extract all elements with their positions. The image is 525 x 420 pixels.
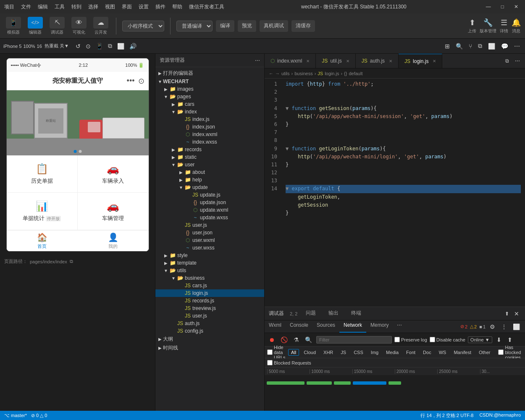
- browser-tab-network[interactable]: Network: [339, 320, 366, 333]
- dot-2[interactable]: [79, 150, 81, 153]
- cloud-tool[interactable]: ☁ 云开发: [93, 17, 108, 35]
- menu-item-goto[interactable]: 转到: [71, 3, 81, 10]
- menu-item-file[interactable]: 文件: [21, 3, 31, 10]
- filter-css[interactable]: CSS: [351, 349, 366, 356]
- folder-cars[interactable]: ▶ 📁 cars: [155, 100, 264, 108]
- section-timeline[interactable]: ▶ 时间线: [155, 344, 264, 352]
- record-icon[interactable]: ⊙: [138, 76, 144, 86]
- section-open-editors[interactable]: ▶ 打开的编辑器: [155, 69, 264, 78]
- browser-tab-memory[interactable]: Memory: [366, 320, 393, 333]
- menu-item-select[interactable]: 选择: [88, 3, 98, 10]
- debugger-icon[interactable]: ⛏: [50, 17, 65, 29]
- add-page-button[interactable]: ⊞: [443, 42, 452, 50]
- browser-tab-more[interactable]: ⋯: [393, 320, 406, 333]
- file-index-wxss[interactable]: ~ index.wxss: [155, 138, 264, 146]
- folder-images[interactable]: ▶ 📁 images: [155, 85, 264, 93]
- file-update-wxml[interactable]: ⬡ update.wxml: [155, 206, 264, 214]
- filter-input[interactable]: [316, 336, 392, 344]
- import-har-button[interactable]: ⬆: [506, 336, 514, 344]
- filter-js[interactable]: JS: [338, 349, 349, 356]
- copy-button[interactable]: ⧉: [106, 42, 114, 50]
- minimize-button[interactable]: —: [483, 3, 494, 10]
- back-button[interactable]: ⊙: [84, 42, 92, 50]
- throttle-button[interactable]: ⬇: [495, 336, 503, 344]
- close-button[interactable]: ✕: [512, 3, 521, 10]
- search-button[interactable]: 🔍: [454, 42, 465, 50]
- split-button[interactable]: ⧉: [476, 42, 484, 50]
- devtools-tab-output[interactable]: 输出: [324, 308, 343, 319]
- grid-item-history[interactable]: 📋 历史单据: [7, 155, 78, 193]
- folder-style[interactable]: ▶ 📁 style: [155, 252, 264, 259]
- version-tool[interactable]: 🔧 版本管理: [480, 18, 496, 34]
- devtools-tab-issues[interactable]: 问题: [302, 308, 320, 319]
- record-button[interactable]: ⏺: [267, 336, 276, 344]
- tab-util-close[interactable]: ✕: [346, 59, 349, 63]
- audio-button[interactable]: 🔊: [128, 42, 138, 50]
- notify-icon[interactable]: 🔔: [512, 18, 521, 27]
- menu-item-edit[interactable]: 编辑: [38, 3, 48, 10]
- folder-static[interactable]: ▶ 📁 static: [155, 153, 264, 161]
- tab-auth-js[interactable]: JS auth.js ✕: [356, 54, 399, 68]
- folder-about[interactable]: ▶ 📁 about: [155, 168, 264, 176]
- breadcrumb-forward[interactable]: →: [275, 71, 280, 76]
- error-status[interactable]: ⊘ 0 △ 0: [31, 413, 47, 418]
- git-branch[interactable]: ⌥ master*: [4, 413, 27, 418]
- folder-help[interactable]: ▶ 📁 help: [155, 176, 264, 184]
- file-user-wxss[interactable]: ~ user.wxss: [155, 244, 264, 252]
- file-update-js[interactable]: JS update.js: [155, 191, 264, 199]
- code-area[interactable]: import {http} from '../http'; ▼ function…: [281, 79, 525, 307]
- folder-index[interactable]: ▼ 📂 index: [155, 108, 264, 116]
- dot-1[interactable]: [74, 150, 76, 153]
- hot-reload-label[interactable]: 热重截 关▼: [45, 43, 69, 49]
- devtools-tab-terminal[interactable]: 终端: [347, 308, 365, 319]
- filter-manifest[interactable]: Manifest: [451, 349, 474, 356]
- menu-item-settings[interactable]: 设置: [139, 3, 149, 10]
- filter-other[interactable]: Other: [476, 349, 494, 356]
- search-network-button[interactable]: 🔍: [303, 336, 314, 344]
- menu-item-interface[interactable]: 界面: [122, 3, 132, 10]
- folder-template[interactable]: ▶ 📁 template: [155, 259, 264, 267]
- tab-home[interactable]: 🏠 首页: [7, 231, 78, 251]
- file-panel-more[interactable]: ⋯: [255, 58, 260, 63]
- mode-selector[interactable]: 小程序模式: [122, 21, 164, 32]
- filter-xhr[interactable]: XHR: [320, 349, 336, 356]
- clear-cache-button[interactable]: 清缓存: [291, 20, 315, 32]
- clear-network-button[interactable]: 🚫: [279, 336, 289, 344]
- devtools-settings-button[interactable]: ⚙: [488, 323, 497, 331]
- filter-cloud[interactable]: Cloud: [301, 349, 319, 356]
- filter-font[interactable]: Font: [403, 349, 418, 356]
- upload-icon[interactable]: ⬆: [469, 18, 475, 27]
- phone-button[interactable]: 📱: [94, 42, 105, 50]
- grid-item-vehicle-entry[interactable]: 🚗 车辆录入: [78, 155, 149, 193]
- file-auth-js[interactable]: JS auth.js: [155, 320, 264, 327]
- filter-ws[interactable]: WS: [436, 349, 449, 356]
- menu-item-project[interactable]: 项目: [4, 3, 14, 10]
- devtools-more-button[interactable]: ⋮: [499, 323, 509, 331]
- devtools-detach-button[interactable]: ⬜: [511, 323, 522, 331]
- file-user-json[interactable]: {} user.json: [155, 229, 264, 236]
- tab-login-close[interactable]: ✕: [433, 59, 436, 63]
- editor-tool[interactable]: </> 编辑器: [28, 17, 43, 35]
- tab-my[interactable]: 👤 我的: [78, 231, 149, 251]
- file-user-wxml[interactable]: ⬡ user.wxml: [155, 236, 264, 244]
- debugger-tool[interactable]: ⛏ 调试器: [50, 17, 65, 35]
- upload-tool[interactable]: ⬆ 上传: [468, 18, 476, 34]
- menu-item-view[interactable]: 视图: [105, 3, 115, 10]
- maximize-button[interactable]: □: [499, 3, 507, 10]
- section-outline[interactable]: ▶ 大纲: [155, 335, 264, 344]
- filter-all[interactable]: All: [288, 349, 299, 356]
- preview-button[interactable]: 预览: [238, 20, 256, 32]
- compile-button[interactable]: 编译: [216, 20, 234, 32]
- folder-records[interactable]: ▶ 📁 records: [155, 146, 264, 153]
- hide-data-urls-checkbox[interactable]: Hide data URLs: [267, 345, 286, 360]
- visual-tool[interactable]: 👁 可视化: [71, 17, 87, 35]
- screen-button[interactable]: ⬜: [116, 42, 126, 50]
- disable-cache-checkbox[interactable]: Disable cache: [430, 337, 465, 342]
- has-blocked-cookies-checkbox[interactable]: Has blocked cookies: [498, 345, 522, 360]
- browser-tab-console[interactable]: Console: [286, 320, 312, 333]
- file-index-json[interactable]: {} index.json: [155, 123, 264, 131]
- more-icon[interactable]: •••: [127, 76, 135, 86]
- tab-login-js[interactable]: JS login.js ✕: [399, 54, 442, 68]
- filter-network-button[interactable]: ⚗: [292, 336, 301, 344]
- more-editor-button[interactable]: ⋯: [513, 57, 522, 65]
